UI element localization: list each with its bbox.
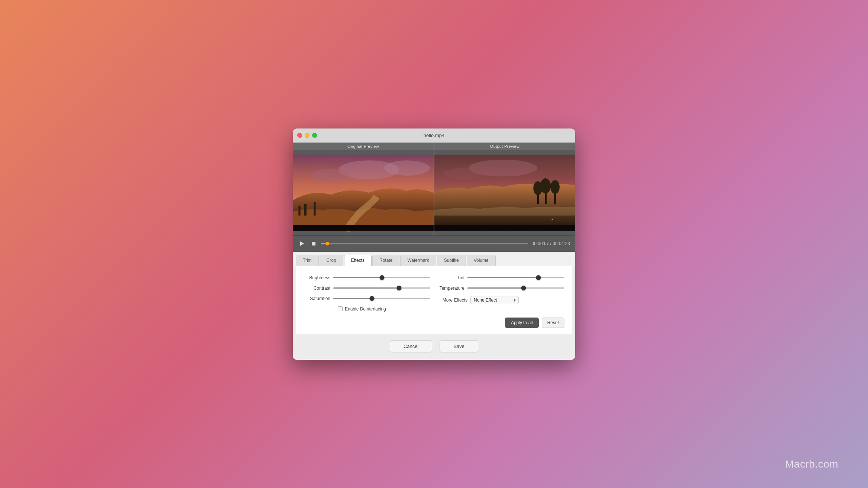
output-video — [434, 150, 575, 235]
temperature-label: Temperature — [438, 286, 464, 291]
preview-area: Original Preview — [293, 143, 575, 235]
deinterlace-label: Enable Deinterlacing — [345, 306, 386, 312]
actions-row: Apply to all Reset — [304, 318, 564, 328]
temperature-slider[interactable] — [467, 287, 564, 289]
controls-bar: 00:00:07 / 00:04:23 — [293, 235, 575, 252]
temperature-fill — [467, 287, 524, 289]
svg-point-10 — [444, 167, 486, 180]
temperature-row: Temperature — [438, 286, 564, 291]
tab-volume[interactable]: Volume — [467, 255, 496, 266]
close-button[interactable] — [297, 133, 302, 138]
output-preview-label: Output Preview — [434, 143, 575, 150]
svg-point-16 — [550, 180, 560, 194]
brightness-thumb[interactable] — [379, 275, 384, 280]
left-sliders: Brightness Contrast Saturation — [304, 275, 430, 304]
sliders-area: Brightness Contrast Saturation — [304, 275, 564, 304]
reset-button[interactable]: Reset — [542, 318, 564, 328]
more-effects-row: More Effects None Effect Black & White V… — [438, 296, 564, 304]
saturation-row: Saturation — [304, 296, 430, 301]
tab-trim[interactable]: Trim — [296, 255, 319, 266]
tabs-bar: Trim Crop Effects Rotate Watermark Subti… — [293, 252, 575, 266]
brightness-slider[interactable] — [333, 277, 430, 278]
more-effects-select[interactable]: None Effect Black & White Vintage Cool W… — [470, 296, 519, 304]
contrast-row: Contrast — [304, 286, 430, 291]
more-effects-wrapper: None Effect Black & White Vintage Cool W… — [470, 296, 519, 304]
svg-point-18 — [551, 218, 553, 220]
tint-thumb[interactable] — [536, 275, 541, 280]
minimize-button[interactable] — [305, 133, 310, 138]
watermark: Macrb.com — [785, 458, 838, 470]
tab-rotate[interactable]: Rotate — [372, 255, 399, 266]
brightness-label: Brightness — [304, 275, 330, 280]
svg-point-2 — [312, 169, 350, 182]
original-video — [293, 150, 434, 235]
svg-rect-20 — [312, 242, 315, 245]
play-button[interactable] — [298, 240, 306, 247]
app-window: hello.mp4 Original Preview — [293, 128, 575, 360]
contrast-slider[interactable] — [333, 287, 430, 289]
svg-marker-19 — [300, 241, 304, 246]
tab-watermark[interactable]: Watermark — [400, 255, 436, 266]
svg-rect-6 — [298, 206, 300, 215]
stop-button[interactable] — [310, 241, 317, 247]
output-preview-panel: Output Preview — [434, 143, 575, 235]
brightness-row: Brightness — [304, 275, 430, 280]
temperature-thumb[interactable] — [521, 286, 526, 290]
apply-to-all-button[interactable]: Apply to all — [505, 318, 539, 328]
progress-thumb[interactable] — [326, 242, 329, 245]
save-button[interactable]: Save — [440, 340, 478, 352]
cancel-button[interactable]: Cancel — [390, 340, 432, 352]
original-preview-label: Original Preview — [293, 143, 434, 150]
tab-subtitle[interactable]: Subtitle — [437, 255, 466, 266]
traffic-lights — [297, 133, 317, 138]
saturation-slider[interactable] — [333, 298, 430, 299]
tint-row: Tint — [438, 275, 564, 280]
svg-rect-4 — [304, 204, 307, 215]
svg-rect-5 — [314, 202, 315, 215]
window-title: hello.mp4 — [424, 133, 444, 138]
original-preview-panel: Original Preview — [293, 143, 434, 235]
contrast-thumb[interactable] — [397, 286, 402, 290]
tint-slider[interactable] — [467, 277, 564, 278]
tab-crop[interactable]: Crop — [320, 255, 343, 266]
more-effects-label: More Effects — [438, 297, 467, 303]
tint-label: Tint — [438, 275, 464, 280]
svg-point-3 — [384, 160, 430, 175]
brightness-fill — [333, 277, 382, 278]
time-display: 00:00:07 / 00:04:23 — [532, 241, 570, 246]
titlebar: hello.mp4 — [293, 128, 575, 143]
tint-fill — [467, 277, 538, 278]
maximize-button[interactable] — [312, 133, 317, 138]
svg-rect-7 — [293, 225, 434, 231]
svg-rect-17 — [434, 225, 575, 231]
bottom-bar: Cancel Save — [293, 334, 575, 360]
deinterlace-row: Enable Deinterlacing — [304, 306, 564, 312]
contrast-fill — [333, 287, 399, 289]
saturation-fill — [333, 298, 372, 299]
svg-point-14 — [540, 178, 551, 193]
deinterlace-checkbox[interactable] — [338, 306, 343, 311]
effects-panel: Brightness Contrast Saturation — [296, 266, 572, 334]
saturation-label: Saturation — [304, 296, 330, 301]
saturation-thumb[interactable] — [370, 296, 375, 301]
contrast-label: Contrast — [304, 286, 330, 291]
progress-bar[interactable] — [321, 243, 528, 244]
right-sliders: Tint Temperature More Effects — [438, 275, 564, 304]
tab-effects[interactable]: Effects — [344, 255, 372, 266]
